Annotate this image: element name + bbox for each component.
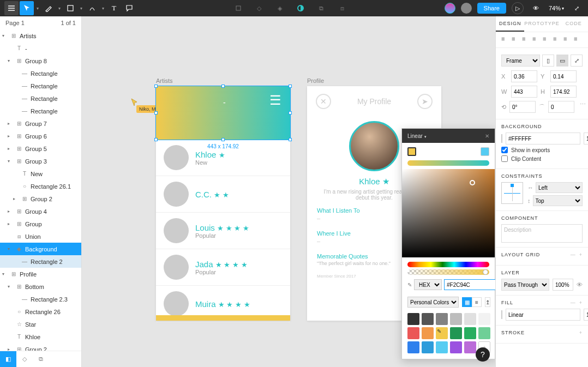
help-button[interactable]: ? [476,347,490,362]
sort-icon[interactable]: ↥ [485,297,490,307]
canvas[interactable]: Artists Profile Niko, Marketing ☰ - 443 … [82,16,495,367]
move-tool-chevron[interactable]: ▾ [35,6,40,11]
gradient-stop-1[interactable] [407,147,416,156]
layer-row[interactable]: TKhloe [0,330,81,343]
layer-row[interactable]: ⧈Union [0,230,81,243]
hue-slider[interactable] [407,262,489,267]
layer-row[interactable]: ▸⊞Group 6 [0,130,81,142]
close-popover-icon[interactable]: ✕ [485,133,489,139]
layer-row[interactable]: ○Rectangle 26 [0,305,81,318]
layer-row[interactable]: —Rectangle 2.3 [0,293,81,305]
tab-prototype[interactable]: PROTOTYPE [524,16,559,32]
color-picker[interactable]: Linear ▾ ✕ ✎ HEX Personal Colors ▦ [401,128,495,359]
layer-opacity-input[interactable] [553,279,573,291]
share-button[interactable]: Share [477,3,506,14]
saturation-box[interactable] [402,169,495,257]
present-button[interactable]: ▷ [512,2,524,14]
layer-row[interactable]: ▸⊞Group 7 [0,117,81,130]
layer-row[interactable]: —Rectangle [0,92,81,105]
layer-row[interactable]: T- [0,42,81,55]
layer-row[interactable]: —Rectangle [0,80,81,92]
alpha-slider[interactable] [407,269,489,275]
radius-input[interactable] [548,101,574,113]
align-center-h-icon[interactable]: ≡ [512,35,520,44]
blend-mode-select[interactable]: Pass Through [501,279,549,291]
menu-button[interactable] [4,1,19,15]
swatch[interactable] [436,341,448,353]
remove-grid-icon[interactable]: — [571,252,576,257]
resize-fit-icon[interactable]: ⤢ [571,55,583,67]
share-icon[interactable]: ➤ [417,94,433,109]
layer-row[interactable]: ▾⊞Artists [0,29,81,42]
bg-color-chip[interactable] [501,134,502,143]
vector-tool-chevron[interactable]: ▾ [100,6,106,11]
layer-row[interactable]: ▸⊞Group 2 [0,343,81,351]
align-top-icon[interactable]: ≡ [532,35,541,44]
book-tab-icon[interactable]: ⧉ [33,351,49,367]
clip-content-checkbox[interactable] [501,155,508,162]
rotate-input[interactable] [509,101,536,113]
vector-tool[interactable] [85,1,99,15]
layer-row[interactable]: —Rectangle [0,105,81,117]
layer-row[interactable]: ▾⊞Group 3 [0,155,81,167]
swatch[interactable] [464,327,476,339]
align-right-icon[interactable]: ≡ [522,35,531,44]
swatch[interactable] [478,327,490,339]
show-exports-checkbox[interactable] [501,147,508,153]
layer-row[interactable]: ▾⊞Profile [0,268,81,280]
layer-row[interactable]: ▸⊞Group 4 [0,205,81,218]
eyedropper-icon[interactable]: ✎ [407,282,412,288]
hex-input[interactable] [444,279,495,290]
palette-select[interactable]: Personal Colors [407,297,459,308]
swatch[interactable]: ✎ [436,327,448,339]
bg-hex-input[interactable] [506,133,580,145]
swatch[interactable] [450,341,462,353]
fill-chip[interactable] [501,310,502,319]
gradient-type[interactable]: Linear ▾ [407,133,427,139]
close-icon[interactable]: ✕ [316,94,331,109]
swatch[interactable] [478,313,490,325]
layer-row[interactable]: ▾⊞Group 8 [0,55,81,67]
gradient-stop-2[interactable] [481,147,489,156]
swatch[interactable] [407,313,419,325]
layer-row[interactable]: ▾◆Background [0,243,81,255]
selected-gradient-header[interactable]: ☰ - 443 x 174.92 [156,86,290,140]
layer-row[interactable]: ▾⊞Bottom [0,280,81,293]
swatch[interactable] [407,341,419,353]
fill-opacity-input[interactable] [584,309,588,321]
w-input[interactable] [511,86,537,98]
component-description[interactable]: Description [501,224,583,243]
user-avatar-2[interactable] [461,3,472,14]
layer-row[interactable]: TNew [0,167,81,180]
shape-tool-chevron[interactable]: ▾ [79,6,84,11]
distribute-h-icon[interactable]: ≡ [563,35,572,44]
distribute-v-icon[interactable]: ≡ [574,35,583,44]
expand-icon[interactable]: ⤢ [569,1,584,15]
layer-row[interactable]: —Rectangle [0,67,81,80]
swatch[interactable] [422,341,434,353]
layer-row[interactable]: ▸⊞Group 5 [0,142,81,155]
h-input[interactable] [550,86,577,98]
shape-tool[interactable] [63,1,77,15]
swatch[interactable] [450,313,462,325]
tab-code[interactable]: CODE [560,16,588,32]
remove-fill-icon[interactable]: — [571,300,576,305]
swatch[interactable] [422,327,434,339]
swatch[interactable] [436,313,448,325]
layer-row[interactable]: ▸⊞Group [0,218,81,230]
tab-design[interactable]: DESIGN [496,16,524,32]
crop-icon[interactable]: ⧈ [335,1,349,15]
y-input[interactable] [550,70,577,82]
add-grid-icon[interactable]: + [579,252,583,257]
layer-row[interactable]: ○Rectangle 26.1 [0,180,81,192]
view-icon[interactable]: 👁 [529,1,543,15]
constraint-h-select[interactable]: Left [536,182,583,193]
frame-tool-icon[interactable] [231,1,245,15]
x-input[interactable] [511,70,537,82]
layer-row[interactable]: ☆Star [0,318,81,330]
gradient-bar[interactable] [407,160,489,166]
constraints-widget[interactable] [501,182,523,204]
constraint-v-select[interactable]: Top [533,195,583,206]
color-format-select[interactable]: HEX [414,279,442,290]
more-icon[interactable]: ⋯ [580,101,586,113]
